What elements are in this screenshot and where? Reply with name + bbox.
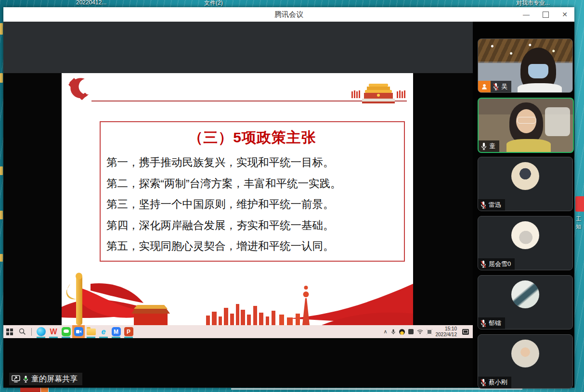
policy-list: 第一，携手推动民族复兴，实现和平统一目标。 第二，探索“两制”台湾方案，丰富和平… [106, 152, 398, 257]
tray-qq-icon[interactable] [399, 329, 405, 335]
minimize-button[interactable]: — [517, 7, 536, 22]
microphone-muted-icon [480, 319, 487, 328]
tencent-meeting-icon [74, 327, 83, 336]
participant-tile[interactable]: 吴 [478, 38, 573, 93]
system-tray: ∧ 15:10 2022/4/12 [383, 326, 473, 338]
presentation-slide: （三）5项政策主张 第一，携手推动民族复兴，实现和平统一目标。 第二，探索“两制… [62, 73, 413, 325]
policy-item: 第一，携手推动民族复兴，实现和平统一目标。 [106, 152, 398, 173]
policy-item: 第三，坚持一个中国原则，维护和平统一前景。 [106, 194, 398, 215]
desktop-folder-fragment [0, 211, 3, 219]
taskbar-powerpoint-button[interactable]: P [122, 325, 135, 338]
party-emblem-icon [65, 76, 92, 103]
search-icon [19, 328, 26, 335]
policy-box: （三）5项政策主张 第一，携手推动民族复兴，实现和平统一目标。 第二，探索“两制… [100, 121, 405, 262]
wechat-icon [62, 327, 71, 336]
desktop-app-icon-fragment[interactable] [575, 196, 584, 212]
desktop-folder-fragment [0, 23, 3, 35]
participant-tile[interactable]: 郁镭 [478, 275, 573, 329]
presenter-taskbar: W e M P ∧ [3, 325, 473, 338]
wps-icon: W [50, 328, 57, 336]
policy-item: 第二，探索“两制”台湾方案，丰富和平统一实践。 [106, 173, 398, 194]
shared-screen-top-band [3, 22, 473, 73]
participant-tile[interactable]: 蔡小刚 [478, 334, 573, 389]
participant-name: 童 [489, 142, 495, 151]
banner-microphone-icon [23, 375, 29, 383]
ie-icon: e [102, 328, 106, 336]
participant-namebar: 雷迅 [478, 199, 505, 211]
taskbar-wechat-button[interactable] [60, 325, 72, 338]
participant-name: 蔡小刚 [489, 378, 507, 387]
powerpoint-icon: P [124, 327, 133, 336]
host-badge [478, 81, 491, 92]
taskbar-search-button[interactable] [16, 325, 28, 338]
desktop-icon-label[interactable]: 文件(2) [204, 0, 223, 7]
microphone-on-icon [480, 142, 487, 151]
participant-tile[interactable]: 屈会雪0 [478, 216, 573, 270]
participant-namebar: 郁镭 [478, 317, 505, 329]
microphone-muted-icon [493, 83, 499, 91]
participant-name: 屈会雪0 [489, 260, 511, 268]
slide-title: （三）5项政策主张 [101, 128, 404, 148]
notification-center-icon[interactable] [462, 329, 469, 335]
window-title: 腾讯会议 [3, 10, 574, 19]
close-button[interactable]: ✕ [555, 7, 574, 22]
desktop-text-fragment: 知 [576, 223, 581, 230]
taskbar-meeting-button[interactable] [72, 325, 85, 338]
participant-tile[interactable]: 童 [478, 98, 574, 153]
desktop-icon-label[interactable]: 对我市专业... [516, 0, 550, 7]
desktop-folder-fragment [0, 166, 3, 175]
participant-name: 郁镭 [489, 319, 501, 328]
taskbar-clock[interactable]: 15:10 2022/4/12 [436, 326, 457, 338]
slide-footer-decoration [62, 269, 413, 325]
clock-date: 2022/4/12 [436, 332, 457, 338]
microphone-muted-icon [480, 201, 487, 209]
windows-logo-icon [6, 329, 13, 335]
participant-namebar: 屈会雪0 [478, 258, 515, 270]
participants-sidebar: 吴 童 [473, 22, 574, 388]
taskbar-edge-button[interactable] [35, 325, 47, 338]
taskbar-explorer-button[interactable] [85, 325, 97, 338]
maximize-button[interactable] [536, 7, 555, 22]
folder-icon [87, 329, 96, 335]
clock-time: 15:10 [436, 326, 457, 332]
start-button[interactable] [3, 325, 16, 338]
microphone-muted-icon [480, 260, 487, 268]
participant-avatar [511, 340, 539, 367]
participant-avatar [511, 221, 539, 249]
tray-microphone-icon[interactable] [391, 329, 396, 335]
taskbar-divider [31, 328, 32, 336]
participant-video [545, 107, 570, 136]
tray-chevron-icon[interactable]: ∧ [383, 329, 387, 335]
edge-icon [37, 327, 46, 336]
participant-name: 雷迅 [489, 201, 501, 209]
tray-input-method-icon[interactable] [427, 329, 432, 335]
participant-name: 吴 [501, 82, 507, 91]
window-titlebar: 腾讯会议 — ✕ [3, 7, 574, 22]
tray-wifi-icon[interactable] [417, 329, 423, 334]
taskbar-wps-button[interactable]: W [47, 325, 60, 338]
desktop-folder-fragment [0, 254, 3, 262]
desktop-text-fragment: 工 [576, 215, 581, 223]
taskbar-ie-button[interactable]: e [97, 325, 110, 338]
shared-screen-view: （三）5项政策主张 第一，携手推动民族复兴，实现和平统一目标。 第二，探索“两制… [3, 22, 473, 388]
maximize-icon [543, 12, 549, 18]
tiananmen-illustration [350, 81, 406, 104]
participant-namebar: 蔡小刚 [478, 377, 511, 388]
screen-share-label: 童的屏幕共享 [31, 374, 78, 384]
policy-item: 第五，实现同胞心灵契合，增进和平统一认同。 [106, 236, 398, 257]
microphone-muted-icon [480, 379, 487, 387]
screen-share-banner[interactable]: 童的屏幕共享 [9, 373, 82, 385]
screen-share-icon [12, 375, 20, 383]
participant-namebar: 童 [479, 140, 499, 152]
desktop-edge-fragment [231, 388, 522, 390]
participant-namebar: 吴 [478, 81, 511, 92]
meeting-window: 腾讯会议 — ✕ [3, 7, 574, 388]
desktop-folder-fragment [0, 73, 3, 83]
participant-tile[interactable]: 雷迅 [478, 157, 573, 211]
taskbar-docs-button[interactable]: M [110, 325, 122, 338]
docs-app-icon: M [112, 327, 121, 336]
desktop-icon-label[interactable]: 20220412... [76, 0, 106, 6]
policy-item: 第四，深化两岸融合发展，夯实和平统一基础。 [106, 215, 398, 236]
tray-app-icon[interactable] [408, 329, 414, 334]
participant-avatar [511, 162, 539, 190]
